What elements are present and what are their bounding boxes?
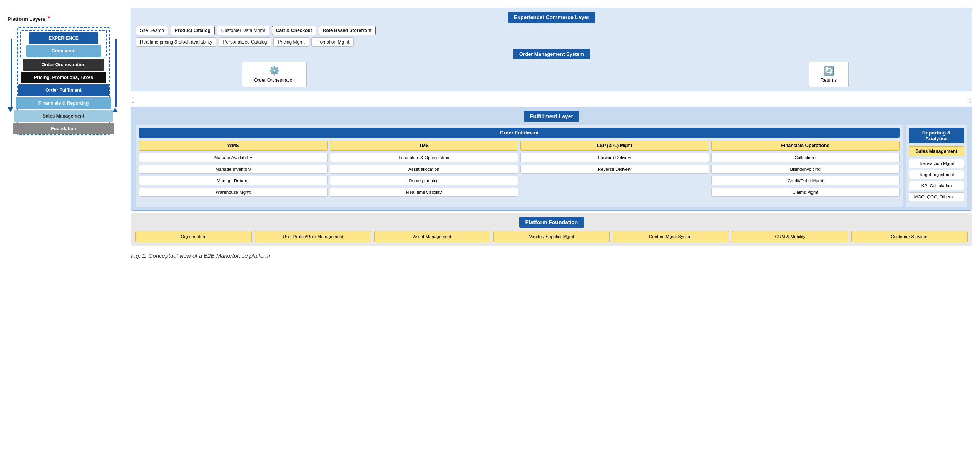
bottom-layers: Financials & Reporting Sales Management … — [20, 97, 107, 134]
tms-item-4: Real-time visibility — [330, 188, 518, 197]
fulfillment-layer-header: Fulfillment Layer — [136, 111, 967, 122]
experience-layer-header: Experience/ Commerce Layer — [136, 12, 967, 23]
reporting-item-3: KPI Calculation — [909, 181, 964, 190]
oms-right: 🔄 Returns — [690, 62, 967, 87]
arrow-right: ↕ — [968, 95, 972, 105]
fulfillment-grid: WMS TMS LSP (3PL) Mgmt Financials Operat… — [139, 141, 900, 197]
page-container: Platform Layers * — [8, 8, 972, 259]
financials-item-4: Claims Mgmt — [711, 188, 900, 197]
lsp-header: LSP (3PL) Mgmt — [520, 141, 709, 151]
diagram-section: Experience/ Commerce Layer Site Search P… — [131, 8, 972, 259]
pyramid-section: Platform Layers * — [8, 8, 119, 135]
order-fulfilment-header: Order Fulfilment — [139, 128, 900, 138]
fulfillment-inner: Order Fulfilment WMS TMS LSP (3PL) Mgmt … — [136, 125, 967, 207]
wms-item-3: Manage Returns — [139, 176, 328, 185]
platform-item-4: Vendor/ Supplier Mgmt — [493, 231, 610, 242]
layer-experience: EXPERIENCE — [29, 32, 98, 44]
experience-pills-row2: Realtime pricing & stock availability Pe… — [136, 37, 967, 47]
platform-item-1: Org structure — [135, 231, 252, 242]
layer-foundation: Foundation — [13, 123, 114, 134]
platform-item-7: Customer Services — [851, 231, 968, 242]
pyramid-title-row: Platform Layers * — [8, 15, 119, 22]
lsp-item-3 — [520, 176, 709, 185]
returns-icon: 🔄 — [824, 66, 834, 76]
layer-order-orch: Order Orchestration — [23, 59, 104, 71]
pill-promotion-mgmt: Promotion Mgmt — [311, 37, 354, 47]
right-arrow-outer — [112, 39, 119, 112]
pill-product-catalog: Product Catalog — [171, 26, 215, 35]
oms-left: ⚙️ Order Orchestration — [136, 62, 413, 87]
platform-foundation: Platform Foundation Org structure User P… — [131, 213, 972, 246]
wms-header: WMS — [139, 141, 328, 151]
layer-order-fulfil: Order Fulfilment — [18, 84, 109, 96]
pyramid-asterisk: * — [48, 15, 50, 22]
pyramid-title: Platform Layers — [8, 16, 45, 22]
platform-item-5: Content Mgmt System — [613, 231, 729, 242]
arrow-left: ↕ — [131, 95, 135, 105]
caption: Fig. 1: Conceptual view of a B2B Marketp… — [131, 252, 972, 259]
middle-layers: Order Orchestration Pricing, Promotions,… — [20, 59, 107, 96]
inner-dashed-box: EXPERIENCE Commerce — [20, 30, 107, 57]
oms-left-label: Order Orchestration — [254, 77, 295, 83]
pill-realtime-pricing: Realtime pricing & stock availability — [136, 37, 216, 47]
platform-grid: Org structure User Profile/Role Manageme… — [135, 231, 968, 242]
oms-header-wrapper: Order Management System — [136, 49, 967, 59]
wms-item-2: Manage Inventory — [139, 165, 328, 174]
pill-cart-checkout: Cart & Checkout — [272, 26, 316, 35]
fulfillment-main: Order Fulfilment WMS TMS LSP (3PL) Mgmt … — [136, 125, 903, 207]
layer-pricing: Pricing, Promotions, Taxes — [21, 72, 106, 83]
oms-section: ⚙️ Order Orchestration 🔄 Returns — [136, 62, 967, 87]
reporting-header: Reporting & Analytics — [909, 128, 964, 143]
lsp-item-1: Forward Delivery — [520, 153, 709, 162]
layer-financials: Financials & Reporting — [16, 97, 111, 109]
pill-customer-data: Customer Data Mgmt — [217, 26, 269, 35]
reporting-item-1: Transaction Mgmt — [909, 159, 964, 168]
financials-item-2: Billing/Invoicing — [711, 165, 900, 174]
oms-left-box: ⚙️ Order Orchestration — [242, 62, 307, 87]
sales-mgmt-header: Sales Management — [909, 146, 964, 156]
tms-item-2: Asset allocation — [330, 165, 518, 174]
left-arrow-outer — [8, 39, 15, 112]
platform-item-2: User Profile/Role Management — [255, 231, 371, 242]
experience-layer-title: Experience/ Commerce Layer — [508, 12, 595, 23]
tms-item-1: Load plan. & Optimization — [330, 153, 518, 162]
order-orch-icon: ⚙️ — [269, 66, 279, 76]
financials-header: Financials Operations — [711, 141, 900, 151]
platform-foundation-header: Platform Foundation — [135, 217, 968, 228]
tms-header: TMS — [330, 141, 518, 151]
reporting-item-2: Target adjustment — [909, 170, 964, 179]
arrows-between-exp-fulfil: ↕ ↕ — [131, 94, 972, 107]
oms-title: Order Management System — [513, 49, 590, 59]
oms-right-label: Returns — [821, 77, 837, 83]
platform-item-3: Asset Management — [374, 231, 490, 242]
wms-item-1: Manage Availability — [139, 153, 328, 162]
reporting-section: Reporting & Analytics Sales Management T… — [906, 125, 967, 207]
lsp-item-4 — [520, 188, 709, 197]
layer-commerce: Commerce — [26, 45, 101, 57]
financials-item-1: Collections — [711, 153, 900, 162]
financials-item-3: Credit/Debit Mgmt — [711, 176, 900, 185]
pill-personalized-catalog: Personalized Catalog — [219, 37, 271, 47]
lsp-item-2: Reverse Delivery — [520, 165, 709, 174]
pyramid-wrapper: EXPERIENCE Commerce Order Orchestration … — [8, 27, 119, 135]
pill-site-search: Site Search — [136, 26, 168, 35]
fulfillment-layer-title: Fulfillment Layer — [524, 111, 579, 122]
platform-foundation-title: Platform Foundation — [519, 217, 584, 228]
wms-item-4: Warehouse Mgmt — [139, 188, 328, 197]
experience-layer: Experience/ Commerce Layer Site Search P… — [131, 8, 972, 91]
tms-item-3: Route planning — [330, 176, 518, 185]
platform-item-6: CRM & Mobility — [732, 231, 848, 242]
top-layers: EXPERIENCE Commerce — [22, 32, 105, 57]
fulfillment-layer: Fulfillment Layer Order Fulfilment WMS T… — [131, 107, 972, 211]
outer-dashed-box: EXPERIENCE Commerce Order Orchestration … — [17, 27, 110, 135]
oms-right-box: 🔄 Returns — [809, 62, 849, 87]
pill-pricing-mgmt: Pricing Mgmt — [273, 37, 309, 47]
pill-role-storefront: Role Based Storefront — [319, 26, 376, 35]
reporting-item-4: MOC, QOC, Others..... — [909, 192, 964, 201]
layer-sales: Sales Management — [14, 110, 113, 122]
experience-pills-row1: Site Search Product Catalog Customer Dat… — [136, 26, 967, 35]
